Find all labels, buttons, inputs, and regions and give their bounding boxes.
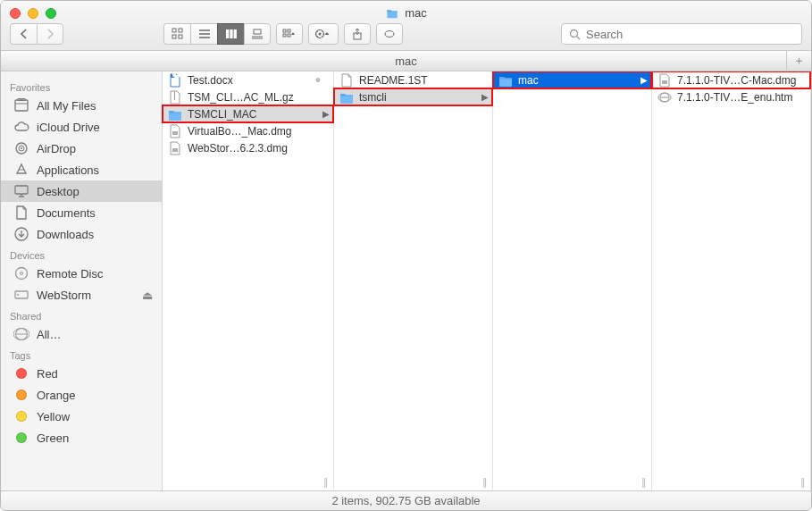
sidebar-item-remote-disc[interactable]: Remote Disc [1,263,162,284]
file-row[interactable]: 7.1.1.0-TIV…C-Mac.dmg [652,71,810,88]
sidebar-item-label: Red [37,367,58,381]
sidebar-item-label: AirDrop [37,142,76,155]
tags-button[interactable] [376,23,403,45]
column-1: README.1STtsmcli▶‖ [334,71,493,490]
chevron-right-icon: ▶ [322,109,330,119]
sidebar-item-orange[interactable]: Orange [1,384,162,406]
column-resize-handle[interactable]: ‖ [796,476,810,490]
search-field[interactable] [561,23,802,45]
sidebar-item-all-my-files[interactable]: All My Files [1,95,162,116]
back-button[interactable] [10,23,37,45]
svg-rect-8 [226,29,229,38]
sidebar-section-header: Shared [1,306,162,323]
dmg-icon [657,73,672,88]
sidebar-item-webstorm[interactable]: WebStorm⏏ [1,284,162,306]
svg-rect-21 [15,100,28,111]
svg-rect-6 [172,35,176,38]
file-row[interactable]: README.1ST [334,71,492,88]
svg-rect-15 [288,34,290,37]
disc-icon [13,265,29,281]
file-row[interactable]: tsmcli▶ [334,88,492,105]
sidebar-item-applications[interactable]: Applications [1,159,162,180]
zoom-button[interactable] [46,8,56,19]
share-button[interactable] [344,23,371,45]
sidebar-item-desktop[interactable]: Desktop [1,180,162,202]
sidebar-item-label: All My Files [37,99,96,113]
globe-icon [13,326,29,342]
dmg-icon [168,124,182,138]
sidebar-item-label: Yellow [37,410,70,423]
file-row[interactable]: VirtualBo…_Mac.dmg [163,122,333,139]
file-label: mac [518,74,639,87]
file-row[interactable]: 7.1.1.0-TIV…E_enu.htm [652,88,810,105]
coverflow-view-button[interactable] [244,23,271,45]
arrange-button[interactable] [276,23,303,45]
file-row[interactable]: Test.docx• [163,71,333,88]
window-title: mac [1,6,811,20]
sidebar-item-yellow[interactable]: Yellow [1,406,162,427]
column-resize-handle[interactable]: ‖ [637,476,651,490]
icon-view-button[interactable] [163,23,190,45]
list-view-button[interactable] [190,23,217,45]
svg-rect-12 [283,29,286,32]
minimize-button[interactable] [28,8,38,19]
action-button[interactable] [308,23,339,45]
tag-icon [13,387,29,403]
svg-point-20 [571,29,578,37]
sidebar-item-downloads[interactable]: Downloads [1,223,162,245]
chevron-right-icon: ▶ [640,75,648,85]
forward-button[interactable] [37,23,63,45]
sidebar: FavoritesAll My FilesiCloud DriveAirDrop… [1,71,163,490]
dmg-icon [168,141,182,155]
column-3: 7.1.1.0-TIV…C-Mac.dmg7.1.1.0-TIV…E_enu.h… [652,71,811,490]
file-row[interactable]: TSMCLI_MAC▶ [163,105,333,122]
chevron-right-icon: ▶ [481,92,489,102]
sidebar-item-label: WebStorm [37,289,91,302]
sidebar-item-icloud-drive[interactable]: iCloud Drive [1,116,162,138]
sidebar-item-label: All… [37,328,61,341]
file-row[interactable]: TSM_CLI…AC_ML.gz [163,88,333,105]
view-mode-group [163,23,271,45]
sidebar-item-label: Remote Disc [37,267,103,281]
archive-icon [168,90,182,105]
icloud-icon [13,119,29,135]
sidebar-item-label: Downloads [37,228,94,241]
airdrop-icon [13,140,29,156]
applications-icon [13,162,29,178]
svg-rect-26 [15,186,28,194]
new-tab-button[interactable]: ＋ [786,51,811,71]
sidebar-item-documents[interactable]: Documents [1,202,162,223]
column-resize-handle[interactable]: ‖ [319,476,333,490]
column-resize-handle[interactable]: ‖ [478,476,492,490]
file-label: VirtualBo…_Mac.dmg [188,125,321,138]
svg-rect-13 [288,29,290,32]
folder-icon [168,107,182,121]
close-button[interactable] [10,8,21,19]
sidebar-item-label: Orange [37,389,75,402]
search-icon [569,29,581,40]
file-row[interactable]: mac▶ [493,71,651,88]
sidebar-item-green[interactable]: Green [1,427,162,448]
folder-icon [339,90,354,105]
desktop-icon [13,183,29,199]
search-input[interactable] [586,28,794,41]
column-browser: Test.docx•TSM_CLI…AC_ML.gzTSMCLI_MAC▶Vir… [163,71,811,490]
sidebar-item-all-[interactable]: All… [1,323,162,345]
sidebar-item-red[interactable]: Red [1,363,162,384]
sidebar-item-label: Applications [37,163,99,177]
tab[interactable]: mac [395,54,417,68]
sidebar-item-airdrop[interactable]: AirDrop [1,138,162,159]
all-my-files-icon [13,97,29,113]
svg-rect-11 [254,29,261,34]
tag-icon [13,408,29,424]
docx-icon [168,73,182,88]
column-view-button[interactable] [217,23,244,45]
svg-rect-10 [233,29,236,38]
eject-icon[interactable]: ⏏ [142,289,153,302]
svg-rect-5 [179,29,182,32]
finder-window: mac mac ＋ [0,0,812,511]
toolbar [10,23,802,45]
sidebar-item-label: Desktop [37,185,80,198]
file-row[interactable]: WebStor…6.2.3.dmg [163,139,333,156]
sidebar-item-label: Documents [37,206,96,220]
